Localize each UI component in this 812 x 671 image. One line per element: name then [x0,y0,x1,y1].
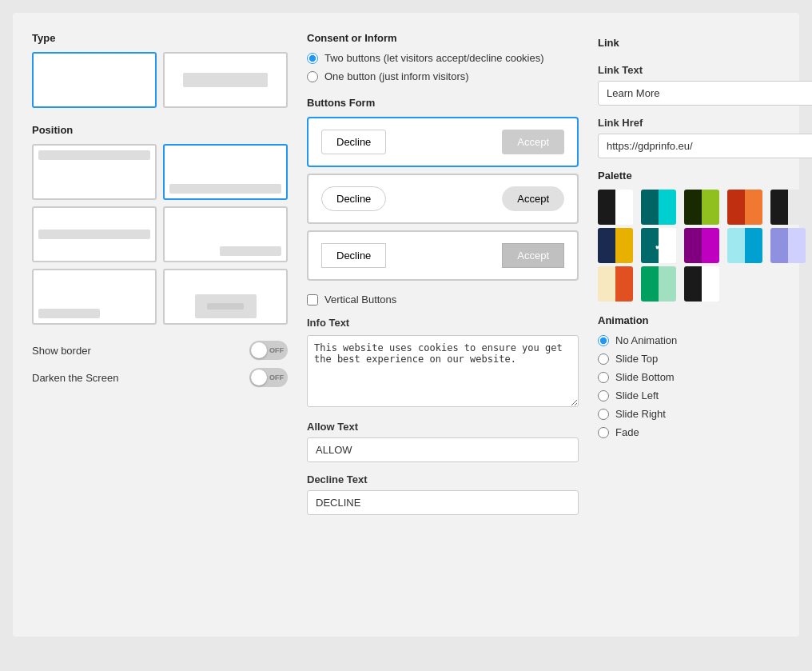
type-card-popup[interactable] [163,52,288,108]
link-text-label: Link Text [598,64,812,76]
position-grid [32,144,288,325]
anim-option-slide-top[interactable]: Slide Top [598,353,812,365]
palette-cell[interactable] [684,228,719,263]
allow-text-label: Allow Text [307,421,579,433]
palette-cell[interactable]: ✓ [641,228,676,263]
pos-card-center[interactable] [32,206,157,262]
radio-one-button-label: One button (just inform visitors) [324,70,469,82]
info-textarea[interactable] [307,335,579,407]
anim-label-1: Slide Top [615,353,658,365]
decline-btn-style2[interactable]: Decline [321,186,386,211]
anim-label-3: Slide Left [615,389,659,401]
anim-label-4: Slide Right [615,408,666,420]
btn-form-style2[interactable]: Decline Accept [307,174,579,224]
decline-btn-style1[interactable]: Decline [321,130,386,154]
radio-one-button[interactable]: One button (just inform visitors) [307,70,579,82]
link-text-input[interactable] [598,81,812,106]
show-border-state: OFF [269,346,284,354]
palette-grid: ✓ [598,190,812,302]
anim-radio-5[interactable] [598,427,609,438]
buttons-form-label: Buttons Form [307,97,579,109]
palette-cell[interactable] [684,190,719,225]
anim-label-2: Slide Bottom [615,371,675,383]
consent-radio-group: Two buttons (let visitors accept/decline… [307,52,579,82]
radio-one-button-input[interactable] [307,71,318,82]
palette-cell[interactable] [770,228,806,263]
palette-cell[interactable] [727,228,762,263]
accept-btn-style2[interactable]: Accept [502,186,564,211]
animation-section: No AnimationSlide TopSlide BottomSlide L… [598,334,812,438]
pos-card-bottom[interactable] [163,144,288,200]
anim-radio-0[interactable] [598,335,609,346]
show-border-row: Show border OFF [32,341,288,360]
accept-btn-style3[interactable]: Accept [502,243,564,268]
anim-option-fade[interactable]: Fade [598,426,812,438]
link-header: Link ON [598,32,812,53]
anim-option-no-animation[interactable]: No Animation [598,334,812,346]
type-grid [32,52,288,108]
anim-radio-4[interactable] [598,409,609,420]
palette-cell[interactable] [641,190,676,225]
allow-text-input[interactable] [307,437,579,462]
pos-card-bottom-right[interactable] [163,206,288,262]
palette-cell[interactable] [598,228,633,263]
darken-screen-toggle[interactable]: OFF [249,368,288,387]
pos-card-top[interactable] [32,144,157,200]
info-text-label: Info Text [307,317,579,329]
btn-form-style1[interactable]: Decline Accept [307,117,579,167]
anim-option-slide-right[interactable]: Slide Right [598,408,812,420]
palette-cell[interactable] [598,190,633,225]
link-href-label: Link Href [598,117,812,129]
position-label: Position [32,124,288,136]
anim-option-slide-bottom[interactable]: Slide Bottom [598,371,812,383]
anim-label-0: No Animation [615,334,677,346]
anim-radio-3[interactable] [598,390,609,401]
show-border-toggle[interactable]: OFF [249,341,288,360]
palette-cell[interactable] [727,190,762,225]
type-card-banner[interactable] [32,52,157,108]
anim-radio-1[interactable] [598,353,609,365]
link-label: Link [598,37,619,49]
palette-cell[interactable] [641,266,676,302]
type-label: Type [32,32,288,44]
anim-option-slide-left[interactable]: Slide Left [598,389,812,401]
palette-cell[interactable] [684,266,719,302]
left-column: Type Position [32,32,288,617]
radio-two-buttons-input[interactable] [307,53,318,64]
vertical-buttons-checkbox[interactable] [307,294,318,306]
darken-screen-row: Darken the Screen OFF [32,368,288,387]
accept-btn-style1[interactable]: Accept [502,130,564,154]
pos-card-notification[interactable] [163,269,288,325]
radio-two-buttons[interactable]: Two buttons (let visitors accept/decline… [307,52,579,64]
show-border-label: Show border [32,345,91,357]
anim-radio-2[interactable] [598,372,609,383]
decline-text-input[interactable] [307,490,579,515]
animation-label: Animation [598,314,812,326]
darken-screen-label: Darken the Screen [32,372,118,384]
right-column: Link ON Link Text Link Href Palette ✓ An… [598,32,812,617]
palette-cell[interactable] [598,266,633,302]
radio-two-buttons-label: Two buttons (let visitors accept/decline… [324,52,544,64]
buttons-form-section: Buttons Form Decline Accept Decline Acce… [307,97,579,281]
anim-label-5: Fade [615,426,639,438]
vertical-buttons-label: Vertical Buttons [324,294,396,306]
decline-text-label: Decline Text [307,473,579,485]
pos-card-bottom-left[interactable] [32,269,157,325]
palette-label: Palette [598,170,812,182]
vertical-buttons-row: Vertical Buttons [307,294,579,306]
darken-screen-state: OFF [269,373,284,381]
palette-cell[interactable] [770,190,806,225]
middle-column: Consent or Inform Two buttons (let visit… [307,32,579,617]
decline-btn-style3[interactable]: Decline [321,243,386,268]
link-href-input[interactable] [598,134,812,158]
consent-label: Consent or Inform [307,32,579,44]
btn-form-style3[interactable]: Decline Accept [307,230,579,281]
